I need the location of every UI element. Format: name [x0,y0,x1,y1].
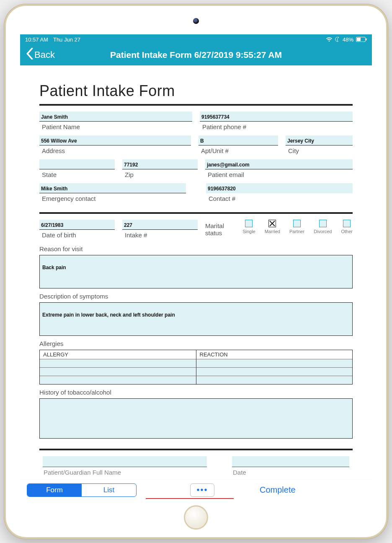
signature-date-label: Date [232,467,349,478]
signature-date-input[interactable] [232,456,349,467]
address-label: Address [39,145,191,157]
battery-icon [356,37,367,42]
chevron-left-icon [26,48,34,62]
intake-label: Intake # [122,230,198,241]
table-row[interactable] [40,376,352,384]
marital-option-label: Partner [289,229,304,234]
nav-bar: Back Patient Intake Form 6/27/2019 9:55:… [20,44,372,65]
indicator-line [146,498,234,499]
marital-checkbox-divorced[interactable] [319,220,327,227]
dob-input[interactable]: 6/27/1983 [39,220,115,230]
marital-status-label: Marital status [205,220,232,236]
home-button[interactable] [184,505,208,530]
tab-list[interactable]: List [82,484,136,496]
guardian-name-input[interactable] [43,456,207,467]
screen: 10:57 AM Thu Jun 27 48% [20,34,372,500]
reason-input[interactable]: Back pain [39,255,353,288]
tab-form[interactable]: Form [27,484,82,496]
divider [39,104,353,106]
ipad-frame: 10:57 AM Thu Jun 27 48% [4,4,388,539]
allergies-col-reaction: REACTION [196,350,353,359]
status-date: Thu Jun 27 [53,36,80,43]
emergency-phone-label: Contact # [206,193,353,205]
emergency-phone-input[interactable]: 9196637820 [206,183,353,193]
page-title: Patient Intake Form 6/27/2019 9:55:27 AM [110,50,282,60]
back-label: Back [34,49,55,60]
marital-checkbox-partner[interactable] [293,220,301,227]
marital-checkbox-married[interactable] [268,220,276,227]
marital-option-label: Other [341,229,353,234]
camera-icon [193,18,199,24]
patient-phone-input[interactable]: 9195637734 [200,112,353,122]
guardian-name-label: Patient/Guardian Full Name [43,467,207,478]
patient-name-label: Patient Name [39,122,192,133]
divider [39,449,353,450]
city-label: City [286,145,353,157]
svg-rect-2 [366,39,367,41]
table-row[interactable] [40,367,352,376]
email-input[interactable]: janes@gmail.com [205,159,353,169]
do-not-disturb-icon [335,37,340,42]
city-input[interactable]: Jersey City [286,135,353,145]
marital-checkbox-single[interactable] [245,220,253,227]
more-button[interactable]: ••• [190,483,214,497]
patient-name-input[interactable]: Jane Smith [39,112,192,122]
back-button[interactable]: Back [26,48,55,62]
wifi-icon [326,37,333,42]
patient-phone-label: Patient phone # [200,122,353,133]
state-input[interactable] [39,159,115,169]
history-label: History of tobacco/alcohol [39,389,353,396]
intake-input[interactable]: 227 [122,220,198,230]
battery-percent: 48% [343,36,353,43]
divider [39,212,353,214]
email-label: Patient email [205,169,353,181]
emergency-contact-input[interactable]: Mike Smith [39,183,186,193]
form-title: Patient Intake Form [39,82,353,100]
status-time: 10:57 AM [25,36,48,43]
symptoms-label: Description of symptoms [39,293,353,300]
reason-label: Reason for visit [39,245,353,252]
marital-checkbox-other[interactable] [343,220,351,227]
view-segmented: Form List [27,483,137,497]
content: Patient Intake Form Jane Smith Patient N… [20,65,372,500]
marital-option-label: Single [242,229,255,234]
svg-rect-1 [357,38,361,41]
allergies-table[interactable]: ALLERGY REACTION [39,350,353,385]
marital-option-label: Married [265,229,280,234]
status-bar: 10:57 AM Thu Jun 27 48% [20,34,372,44]
table-row[interactable] [40,359,352,367]
zip-input[interactable]: 77192 [122,159,198,169]
symptoms-input[interactable]: Extreme pain in lower back, neck and lef… [39,302,353,336]
zip-label: Zip [122,169,198,181]
complete-button[interactable]: Complete [260,485,296,495]
state-label: State [39,169,115,181]
address-input[interactable]: 556 Willow Ave [39,135,191,145]
history-input[interactable] [39,398,353,439]
emergency-contact-label: Emergency contact [39,193,186,205]
marital-option-label: Divorced [314,229,332,234]
bottom-toolbar: Form List ••• Complete [20,479,372,500]
apt-input[interactable]: B [199,135,278,145]
dob-label: Date of birth [39,230,115,241]
apt-label: Apt/Unit # [199,145,278,157]
allergies-col-allergy: ALLERGY [40,350,196,359]
allergies-label: Allergies [39,340,353,347]
